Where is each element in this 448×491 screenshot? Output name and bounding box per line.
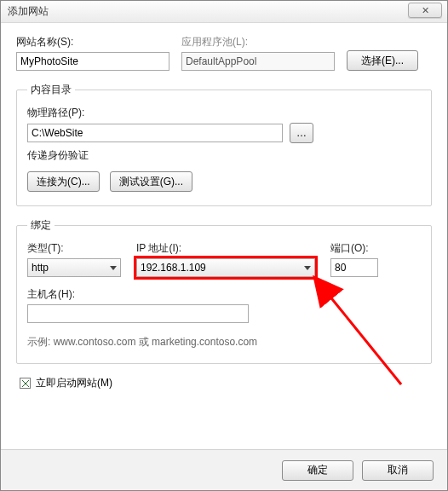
hostname-input[interactable] <box>27 304 249 323</box>
port-label: 端口(O): <box>330 241 378 256</box>
browse-button[interactable]: … <box>290 123 313 143</box>
close-button[interactable]: ✕ <box>408 3 442 18</box>
chevron-down-icon <box>110 266 117 270</box>
ellipsis-icon: … <box>296 127 307 139</box>
dialog-title: 添加网站 <box>8 4 49 19</box>
binding-group: 绑定 类型(T): http IP 地址(I): 192.168.1.109 <box>16 218 432 364</box>
ok-button[interactable]: 确定 <box>282 460 353 481</box>
hostname-example: 示例: www.contoso.com 或 marketing.contoso.… <box>27 335 421 349</box>
chevron-down-icon <box>304 266 311 270</box>
type-label: 类型(T): <box>27 241 121 256</box>
site-name-label: 网站名称(S): <box>16 35 169 49</box>
content-directory-legend: 内容目录 <box>27 83 75 97</box>
physical-path-input[interactable] <box>27 124 283 142</box>
passthrough-auth-label: 传递身份验证 <box>27 148 421 163</box>
type-value: http <box>32 262 49 274</box>
physical-path-label: 物理路径(P): <box>27 106 421 120</box>
start-now-row[interactable]: 立即启动网站(M) <box>20 376 432 390</box>
ip-address-label: IP 地址(I): <box>136 241 315 256</box>
port-input[interactable] <box>330 258 378 277</box>
dialog-content: 网站名称(S): 应用程序池(L): 选择(E)... 内容目录 物理路径(P)… <box>1 23 447 390</box>
content-directory-group: 内容目录 物理路径(P): … 传递身份验证 连接为(C)... 测试设置(G)… <box>16 83 432 206</box>
app-pool-label: 应用程序池(L): <box>181 35 335 49</box>
hostname-label: 主机名(H): <box>27 287 421 302</box>
binding-legend: 绑定 <box>27 218 55 233</box>
select-app-pool-button[interactable]: 选择(E)... <box>347 50 418 71</box>
start-now-label: 立即启动网站(M) <box>36 376 112 390</box>
connect-as-button[interactable]: 连接为(C)... <box>27 171 100 192</box>
close-icon: ✕ <box>422 5 429 16</box>
start-now-checkbox[interactable] <box>20 378 31 389</box>
site-name-input[interactable] <box>16 52 169 71</box>
cancel-button[interactable]: 取消 <box>362 460 434 481</box>
type-combobox[interactable]: http <box>27 258 121 277</box>
app-pool-input <box>181 52 335 71</box>
ip-address-combobox[interactable]: 192.168.1.109 <box>136 258 315 277</box>
dialog-footer: 确定 取消 <box>1 449 447 490</box>
add-website-dialog: 添加网站 ✕ 网站名称(S): 应用程序池(L): 选择(E)... 内容目录 … <box>0 0 448 491</box>
titlebar: 添加网站 ✕ <box>1 1 447 23</box>
ip-address-value: 192.168.1.109 <box>141 262 206 274</box>
test-settings-button[interactable]: 测试设置(G)... <box>110 171 192 192</box>
